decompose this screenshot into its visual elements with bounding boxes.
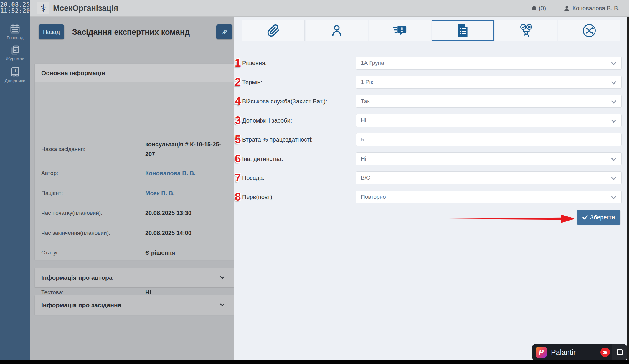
sidebar-item-label: Довідники (0, 78, 30, 83)
back-button[interactable]: Назад (39, 24, 64, 39)
caduceus-icon: ⚕ (41, 3, 46, 13)
palantir-widget[interactable]: P Palantir 25 (532, 344, 627, 360)
tab-routing[interactable] (558, 20, 620, 41)
tab-attachments[interactable] (242, 20, 305, 41)
field-label: Посада: (242, 171, 264, 184)
paperclip-icon (267, 24, 280, 37)
info-row-start-time: Час початку(плановий): 20.08.2025 13:30 (35, 209, 234, 217)
accordion-label: Інформація про засідання (41, 302, 121, 309)
save-button[interactable]: Зберегти (577, 210, 620, 225)
author-link[interactable]: Коновалова В. В. (145, 168, 231, 178)
palantir-logo-icon: P (536, 347, 547, 358)
primary-repeat-select[interactable]: Повторно (356, 191, 622, 203)
notifications-count: (0) (539, 5, 546, 12)
info-row-author: Автор: Коновалова В. В. (35, 169, 234, 178)
sidebar-item-journals[interactable]: Журнали (0, 45, 30, 61)
user-icon (564, 5, 570, 12)
position-select[interactable]: В/С (356, 171, 622, 184)
maximize-icon (617, 349, 623, 355)
select-value: Ні (361, 117, 366, 124)
patient-link[interactable]: Мсек П. В. (145, 188, 231, 198)
vote-icon (519, 24, 534, 38)
info-row-end-time: Час закінчення(плановий): 20.08.2025 14:… (35, 229, 234, 237)
svg-text:i: i (15, 69, 16, 73)
top-header: ⚕ МсекОрганізація (0) Коновалова В. В. (30, 0, 629, 17)
info-label: Назва засідання: (41, 146, 85, 153)
info-label: Статус: (41, 249, 60, 256)
field-row-capacity-loss: 5 Втрата % працездатності: (234, 133, 627, 146)
notifications-button[interactable]: (0) (531, 5, 546, 12)
select-value: Ні (361, 155, 366, 162)
status-value: Є рішення (145, 248, 231, 258)
select-value: 1 Рік (361, 79, 373, 85)
accordion-meeting-info[interactable]: Інформація про засідання (35, 295, 234, 315)
accordion-author-info[interactable]: Інформація про автора (35, 268, 234, 287)
app-screen: 20.08.25 11:52:20 Розклад (0, 0, 629, 364)
chevron-down-icon (220, 274, 225, 279)
user-menu[interactable]: Коновалова В. В. (564, 5, 620, 12)
main-info-title: Основна інформація (35, 64, 234, 82)
field-label: Військова служба(Захист Бат.): (242, 95, 327, 108)
meeting-detail-panel: Назад Засідання експертних команд ✎ Осно… (30, 17, 234, 360)
childhood-disability-select[interactable]: Ні (356, 152, 622, 165)
select-value: Повторно (361, 194, 386, 200)
comment-exclamation-icon (392, 24, 407, 37)
info-label: Тестова: (41, 289, 63, 296)
info-label: Автор: (41, 170, 58, 176)
pencil-icon: ✎ (220, 29, 228, 35)
annotation-number: 7 (235, 172, 241, 184)
field-row-position: 7 Посада: В/С (234, 171, 627, 184)
main-info-card: Основна інформація Назва засідання: конс… (35, 64, 234, 260)
field-label: Втрата % працездатності: (242, 133, 313, 146)
edit-button[interactable]: ✎ (216, 24, 232, 39)
field-label: Допоміжні засоби: (242, 114, 292, 127)
field-row-decision: 1 Рішення: 1А Група (234, 57, 627, 70)
info-row-patient: Пацієнт: Мсек П. В. (35, 189, 234, 198)
decision-modal: 1 Рішення: 1А Група 2 Термін: 1 Рік 4 Ві… (234, 17, 627, 360)
chevron-down-icon (611, 156, 616, 161)
sidebar-item-directories[interactable]: i Довідники (0, 67, 30, 83)
select-value: 1А Група (361, 60, 384, 66)
palantir-maximize-button[interactable] (612, 344, 627, 360)
field-row-term: 2 Термін: 1 Рік (234, 76, 627, 89)
decision-select[interactable]: 1А Група (356, 57, 622, 70)
app-logo: ⚕ (37, 2, 49, 14)
user-name: Коновалова В. В. (572, 5, 620, 12)
chevron-down-icon (611, 175, 616, 180)
taskbar-strip (0, 360, 629, 364)
clock: 20.08.25 11:52:20 (0, 2, 30, 14)
annotation-number: 3 (235, 115, 241, 126)
sidebar-item-schedule[interactable]: Розклад (0, 24, 30, 40)
clock-time: 11:52:20 (0, 8, 30, 14)
annotation-arrow (440, 214, 577, 224)
journals-icon (10, 45, 20, 55)
field-label: Перв(повт): (242, 191, 274, 203)
page-title: Засідання експертних команд (72, 28, 190, 37)
field-label: Рішення: (242, 57, 267, 70)
info-row-status: Статус: Є рішення (35, 248, 234, 257)
sidebar: 20.08.25 11:52:20 Розклад (0, 0, 30, 360)
field-label: Термін: (242, 76, 262, 89)
brand: ⚕ МсекОрганізація (37, 2, 118, 14)
info-row-meeting-name: Назва засідання: консультація # К-18-15-… (35, 139, 234, 160)
annotation-number: 1 (235, 57, 241, 69)
military-service-select[interactable]: Так (356, 95, 622, 108)
capacity-loss-input[interactable] (361, 136, 621, 143)
tab-complaints[interactable] (369, 20, 431, 41)
palantir-name: Palantir (551, 348, 576, 357)
tab-decision[interactable] (432, 20, 494, 41)
tab-voting[interactable] (495, 20, 557, 41)
term-select[interactable]: 1 Рік (356, 76, 622, 89)
check-icon (582, 215, 588, 220)
tab-patient[interactable] (306, 20, 368, 41)
assistive-means-select[interactable]: Ні (356, 114, 622, 127)
sidebar-item-label: Розклад (0, 35, 30, 40)
info-label: Пацієнт: (41, 190, 63, 196)
info-label: Час закінчення(плановий): (41, 230, 110, 236)
info-label: Час початку(плановий): (41, 210, 102, 216)
clock-date: 20.08.25 (0, 2, 30, 8)
save-label: Зберегти (590, 214, 615, 221)
chevron-down-icon (611, 194, 616, 199)
reference-book-icon: i (10, 67, 20, 77)
app-title: МсекОрганізація (53, 4, 118, 13)
